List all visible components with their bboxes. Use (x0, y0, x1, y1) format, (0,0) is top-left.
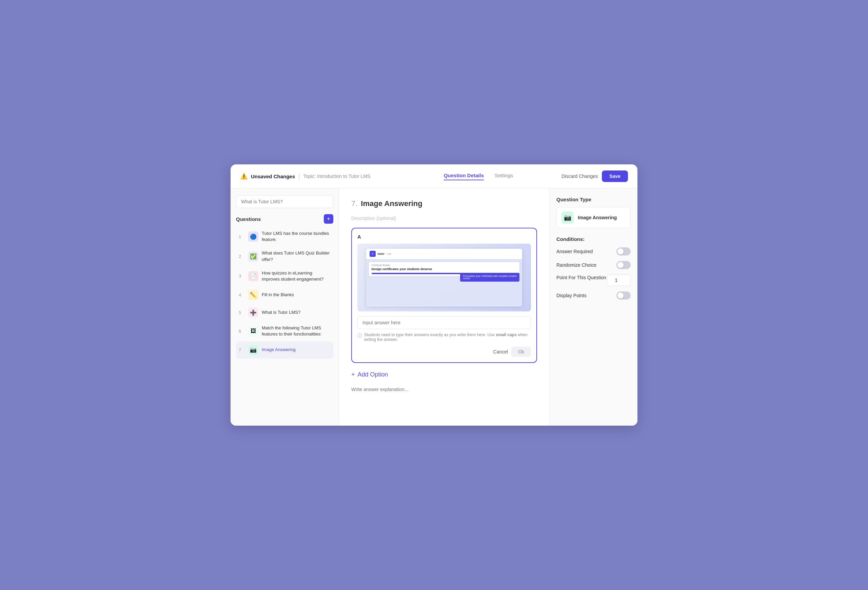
add-option-icon: + (351, 371, 355, 378)
preview-card-heading: Design certificates your students deserv… (372, 267, 517, 271)
add-option-button[interactable]: + Add Option (351, 371, 537, 378)
list-item[interactable]: 4 ✏️ Fill in the Blanks (236, 286, 333, 303)
tutor-logo-text: T (372, 253, 373, 255)
point-input[interactable] (607, 275, 631, 286)
question-number: 4 (239, 293, 245, 297)
sidebar: Questions + 1 🔵 Tutor LMS has the course… (230, 188, 339, 426)
point-label: Point For This Question (557, 275, 606, 281)
tutor-name-label: tutor (378, 252, 385, 256)
unsaved-label: Unsaved Changes (251, 174, 295, 179)
question-text: What does Tutor LMS Quiz Builder offer? (262, 250, 331, 262)
question-number: 7 (239, 347, 245, 352)
list-item[interactable]: 7 📷 Image Answering (236, 341, 333, 359)
tutor-lms-label: LMS (387, 253, 391, 255)
discard-button[interactable]: Discard Changes (561, 174, 598, 179)
question-number: 1 (239, 234, 245, 239)
question-type-title: Question Type (557, 197, 631, 202)
cancel-button[interactable]: Cancel (493, 347, 508, 357)
list-item[interactable]: 6 🖼 Match the following Tutor LMS featur… (236, 322, 333, 341)
tutor-logo-icon: T (370, 251, 376, 257)
info-icon: ⓘ (357, 333, 362, 339)
question-number: 6 (239, 329, 245, 334)
warning-icon: ⚠️ (240, 172, 248, 180)
answer-option-label: A (357, 234, 531, 240)
display-points-row: Display Points (557, 291, 631, 300)
header: ⚠️ Unsaved Changes | Topic: Introduction… (230, 164, 638, 188)
question-text: Fill in the Blanks (262, 292, 294, 298)
main-container: ⚠️ Unsaved Changes | Topic: Introduction… (230, 164, 638, 426)
question-text: Match the following Tutor LMS features t… (262, 325, 331, 337)
list-item[interactable]: 2 ✅ What does Tutor LMS Quiz Builder off… (236, 247, 333, 266)
hint-text: Students need to type their answers exac… (364, 333, 531, 342)
image-preview: T tutor LMS Certificate Builder Design c… (357, 244, 531, 312)
question-heading: 7. Image Answering (351, 199, 537, 208)
question-text: Tutor LMS has the course bundles feature… (262, 231, 331, 243)
question-heading-number: 7. (351, 199, 357, 208)
explanation-input[interactable] (351, 387, 537, 392)
tab-settings[interactable]: Settings (495, 172, 513, 180)
answer-required-row: Answer Required (557, 247, 631, 256)
search-input[interactable] (236, 195, 333, 208)
list-item[interactable]: 5 ➕ What is Tutor LMS? (236, 304, 333, 321)
question-icon: 📄 (248, 271, 258, 281)
description-placeholder: Description (optional) (351, 216, 537, 221)
question-icon: ✅ (248, 252, 258, 262)
ok-button[interactable]: Ok (511, 347, 531, 357)
question-text: What is Tutor LMS? (262, 309, 300, 315)
list-item[interactable]: 1 🔵 Tutor LMS has the course bundles fea… (236, 227, 333, 246)
question-heading-title: Image Answering (361, 199, 422, 208)
image-answering-icon: 📷 (561, 212, 574, 224)
answer-card: A T tutor LMS Certificate Builder (351, 228, 537, 363)
question-icon: 🖼 (248, 326, 258, 336)
display-points-toggle[interactable] (616, 291, 631, 300)
question-type-card: 📷 Image Answering (557, 207, 631, 228)
add-option-label: Add Option (358, 371, 388, 378)
question-text: Image Answering (262, 347, 296, 353)
preview-body: Certificate Builder Design certificates … (366, 259, 523, 306)
question-text: How quizzes in eLearning improves studen… (262, 270, 331, 282)
header-divider: | (298, 173, 300, 180)
list-item[interactable]: 3 📄 How quizzes in eLearning improves st… (236, 267, 333, 286)
conditions-title: Conditions: (557, 236, 631, 242)
question-list: 1 🔵 Tutor LMS has the course bundles fea… (236, 227, 333, 359)
randomize-choice-row: Randomize Choice (557, 261, 631, 269)
randomize-choice-toggle[interactable] (616, 261, 631, 269)
add-question-button[interactable]: + (324, 214, 333, 224)
save-button[interactable]: Save (602, 171, 628, 182)
questions-title: Questions (236, 216, 261, 222)
question-icon: 🔵 (248, 231, 258, 241)
body-layout: Questions + 1 🔵 Tutor LMS has the course… (230, 188, 638, 426)
question-icon: ✏️ (248, 290, 258, 300)
right-panel: Question Type 📷 Image Answering Conditio… (549, 188, 638, 426)
preview-card-description: Personalize your certificates with compl… (463, 275, 517, 280)
answer-input[interactable] (357, 316, 531, 329)
tutor-header: T tutor LMS (366, 249, 523, 259)
questions-header: Questions + (236, 214, 333, 224)
header-tabs: Question Details Settings (401, 172, 556, 180)
header-left: ⚠️ Unsaved Changes | Topic: Introduction… (240, 172, 396, 180)
answer-required-label: Answer Required (557, 249, 593, 254)
preview-card-2: Personalize your certificates with compl… (460, 273, 520, 282)
question-number: 3 (239, 274, 245, 278)
answer-hint: ⓘ Students need to type their answers ex… (357, 333, 531, 342)
randomize-choice-label: Randomize Choice (557, 262, 596, 268)
question-number: 2 (239, 254, 245, 259)
display-points-label: Display Points (557, 293, 587, 298)
question-icon: 📷 (248, 345, 258, 355)
preview-inner: T tutor LMS Certificate Builder Design c… (366, 249, 523, 306)
main-content: 7. Image Answering Description (optional… (339, 188, 549, 426)
question-icon: ➕ (248, 308, 258, 318)
answer-required-toggle[interactable] (616, 247, 631, 256)
question-number: 5 (239, 310, 245, 315)
answer-actions: Cancel Ok (357, 347, 531, 357)
question-type-label: Image Answering (578, 215, 617, 220)
tab-question-details[interactable]: Question Details (444, 172, 484, 180)
topic-label: Topic: Introduction to Tutor LMS (303, 174, 371, 179)
preview-card-subtitle: Certificate Builder (372, 264, 517, 266)
header-actions: Discard Changes Save (561, 171, 628, 182)
point-row: Point For This Question (557, 275, 631, 286)
